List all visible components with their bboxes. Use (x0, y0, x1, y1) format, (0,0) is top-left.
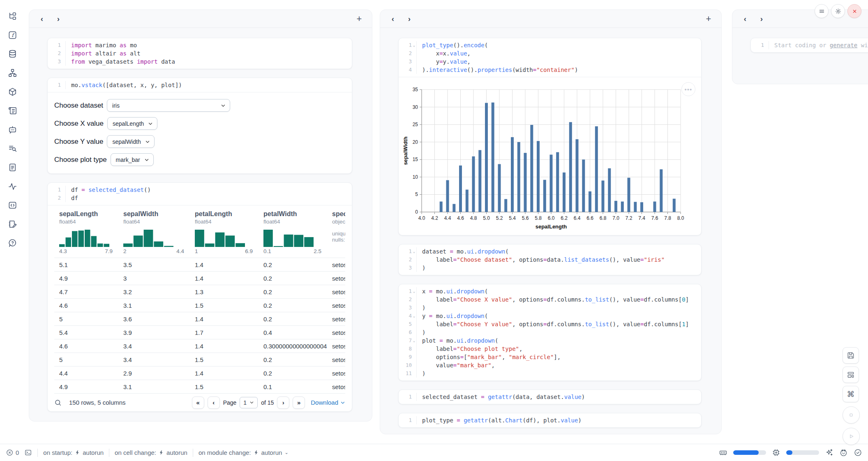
column-header[interactable]: speciobjecuniqunulls: (327, 210, 345, 258)
code-editor[interactable]: 1df = selected_dataset()2df (48, 183, 352, 205)
table-cell: 0.2 (259, 258, 327, 271)
table-cell: 0.30000000000000004 (259, 339, 327, 353)
table-cell: 0.2 (259, 312, 327, 325)
chart-output: 4.04.24.44.64.85.05.25.45.65.86.06.26.46… (399, 77, 701, 235)
add-cell-button[interactable]: + (702, 13, 715, 25)
datasources-icon[interactable] (5, 47, 19, 61)
snippets-icon[interactable] (5, 198, 19, 212)
window-buttons (815, 4, 861, 18)
table-footer: 150 rows, 5 columns « ‹ Page 1 of 15 › »… (54, 393, 345, 411)
dropdown-choose-x-value[interactable]: sepalLength (107, 117, 157, 130)
line-number: 1⌄ (399, 41, 417, 49)
dropdown-choose-dataset[interactable]: iris (107, 99, 230, 112)
column-next-button[interactable]: › (755, 13, 768, 25)
control-row: Choose datasetiris (54, 99, 345, 112)
dataframe-table: sepalLengthfloat644.37.9sepalWidthfloat6… (54, 205, 345, 393)
fold-icon: ⌄ (412, 337, 416, 345)
logs-icon[interactable] (5, 104, 19, 118)
stop-button[interactable] (843, 406, 860, 424)
line-number: 8 (399, 345, 417, 353)
svg-text:sepalLength: sepalLength (536, 224, 567, 230)
table-row: 4.63.41.40.30000000000000004setos (54, 339, 345, 353)
dropdown-choose-y-value[interactable]: sepalWidth (107, 135, 154, 148)
column-header[interactable]: sepalLengthfloat644.37.9 (54, 210, 118, 258)
column-histogram (59, 230, 109, 247)
close-button[interactable] (847, 4, 861, 18)
documentation-icon[interactable] (5, 160, 19, 174)
scratchpad-icon[interactable] (5, 141, 19, 155)
page-select[interactable]: 1 (240, 397, 258, 408)
code-editor[interactable]: 1⌄x = mo.ui.dropdown(2 label="Choose X v… (399, 284, 701, 380)
column-prev-button[interactable]: ‹ (739, 13, 751, 25)
line-number: 10 (399, 361, 417, 369)
code-editor[interactable]: 1import marimo as mo2import altair as al… (48, 38, 352, 69)
packages-icon[interactable] (5, 85, 19, 99)
table-cell: setos (327, 366, 345, 380)
dropdown-choose-plot-type[interactable]: mark_bar (111, 153, 154, 166)
terminal-button[interactable] (24, 449, 32, 456)
notebook-icon[interactable] (5, 217, 19, 231)
save-button[interactable] (843, 347, 859, 364)
column-prev-button[interactable]: ‹ (36, 13, 48, 25)
code-editor[interactable]: 1⌄plot_type().encode(2 x=x.value,3 y=y.v… (399, 38, 701, 77)
code-editor[interactable]: 1⌄dataset = mo.ui.dropdown(2 label="Choo… (399, 244, 701, 275)
download-button[interactable]: Download (311, 399, 345, 406)
line-number: 1⌄ (399, 287, 417, 295)
column-header[interactable]: sepalWidthfloat6424.4 (118, 210, 190, 258)
dependency-graph-icon[interactable] (5, 66, 19, 80)
on-cell-change-setting[interactable]: on cell change: autorun (115, 449, 187, 456)
prev-page-button[interactable]: ‹ (208, 396, 220, 409)
column-histogram (195, 230, 245, 247)
error-count: 0 (16, 449, 19, 456)
generate-link[interactable]: generate (830, 42, 857, 48)
line-number: 7⌄ (399, 337, 417, 345)
activity-sidebar: f (0, 0, 25, 443)
svg-text:8.0: 8.0 (677, 215, 684, 221)
page-count-label: of 15 (261, 399, 274, 406)
line-number: 4⌄ (399, 312, 417, 320)
svg-text:4.2: 4.2 (431, 215, 438, 221)
ai-chat-icon[interactable] (5, 122, 19, 136)
column-header[interactable]: petalWidthfloat640.12.5 (259, 210, 327, 258)
notebook-column-1: ‹ › + 1import marimo as mo2import altair… (29, 9, 372, 422)
error-panel-button[interactable]: 0 (6, 449, 19, 456)
code-editor[interactable]: 1plot_type = getattr(alt.Chart(df), plot… (399, 413, 701, 427)
ai-sparkles-icon[interactable] (825, 448, 833, 457)
menu-button[interactable] (815, 4, 829, 18)
code-editor[interactable]: 1selected_dataset = getattr(data, datase… (399, 390, 701, 404)
connection-status-icon[interactable] (854, 448, 862, 457)
chart-actions-button[interactable]: ••• (681, 82, 695, 96)
keyboard-shortcuts-button[interactable]: ⌘ (843, 386, 859, 402)
last-page-button[interactable]: » (293, 396, 305, 409)
column-prev-button[interactable]: ‹ (387, 13, 399, 25)
on-module-change-setting[interactable]: on module change: autorun ⌄ (199, 449, 289, 456)
line-number: 3 (399, 264, 417, 272)
next-page-button[interactable]: › (277, 396, 289, 409)
column-next-button[interactable]: › (52, 13, 65, 25)
line-number: 1 (399, 416, 417, 424)
line-number: 1⌄ (399, 247, 417, 256)
column-header[interactable]: petalLengthfloat6416.9 (190, 210, 259, 258)
column-next-button[interactable]: › (403, 13, 416, 25)
divider (37, 449, 38, 457)
settings-button[interactable] (831, 4, 845, 18)
first-page-button[interactable]: « (192, 396, 204, 409)
variables-icon[interactable]: f (5, 28, 19, 42)
layout-button[interactable] (843, 366, 859, 383)
altair-chart[interactable]: 4.04.24.44.64.85.05.25.45.65.86.06.26.46… (399, 77, 701, 235)
code-editor[interactable]: 1mo.vstack([dataset, x, y, plot]) (48, 78, 352, 92)
table-cell: 1.5 (190, 299, 259, 312)
tracing-icon[interactable] (5, 179, 19, 193)
run-button[interactable] (843, 428, 860, 445)
table-row: 5.43.91.70.4setos (54, 325, 345, 339)
line-number: 4 (399, 66, 417, 74)
table-cell: 4.6 (54, 299, 118, 312)
runtime-icon[interactable] (839, 448, 848, 457)
code-placeholder-input[interactable]: Start coding or generate with (769, 41, 868, 49)
on-startup-setting[interactable]: on startup: autorun (43, 449, 104, 456)
svg-text:6.8: 6.8 (600, 215, 607, 221)
help-icon[interactable] (5, 236, 19, 250)
add-cell-button[interactable]: + (353, 13, 365, 25)
file-explorer-icon[interactable] (5, 9, 19, 23)
search-icon[interactable] (54, 399, 62, 406)
